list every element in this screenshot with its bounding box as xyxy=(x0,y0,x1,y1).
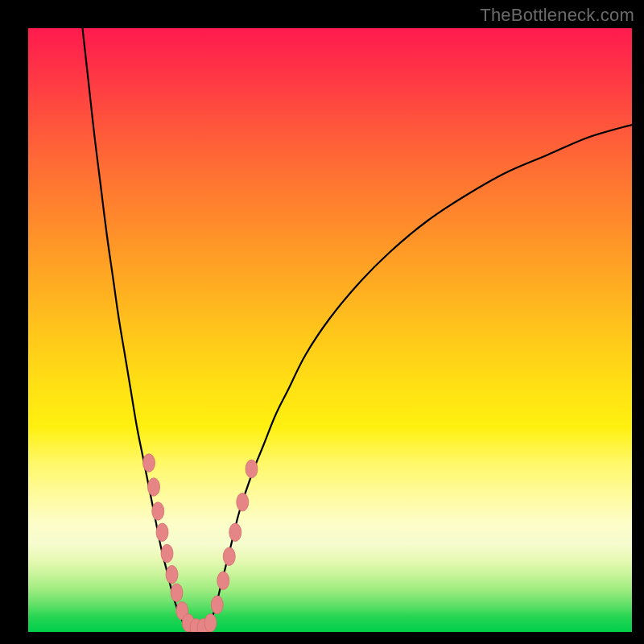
data-marker xyxy=(156,523,168,542)
chart-frame: TheBottleneck.com xyxy=(0,0,644,644)
data-marker xyxy=(166,566,178,584)
data-marker xyxy=(143,454,155,473)
data-marker xyxy=(237,493,249,512)
plot-area xyxy=(28,28,632,632)
data-marker xyxy=(148,478,160,497)
data-marker xyxy=(229,523,242,542)
data-marker xyxy=(152,502,164,521)
left-branch-curve xyxy=(83,28,186,626)
data-marker xyxy=(223,547,235,566)
right-branch-curve xyxy=(209,125,632,626)
watermark-text: TheBottleneck.com xyxy=(480,5,634,26)
data-marker xyxy=(217,572,229,590)
data-marker xyxy=(246,460,258,478)
data-marker xyxy=(171,584,183,602)
data-marker xyxy=(161,544,173,563)
chart-svg xyxy=(28,28,632,632)
data-marker xyxy=(211,596,223,614)
data-marker xyxy=(204,614,217,633)
